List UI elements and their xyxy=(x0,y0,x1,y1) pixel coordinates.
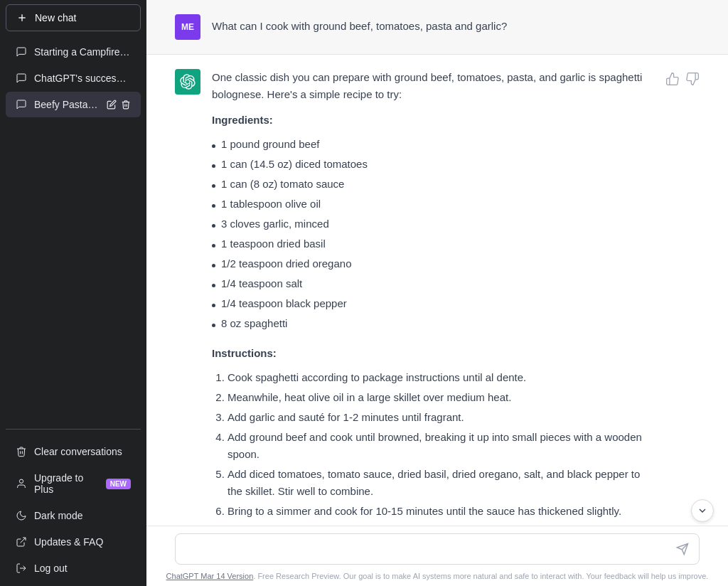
sidebar-item-conv[interactable]: ChatGPT's success tips. xyxy=(6,65,141,91)
bullet-dot xyxy=(212,304,215,307)
instruction-item: Cook spaghetti according to package inst… xyxy=(228,368,654,388)
bullet-dot xyxy=(212,284,215,287)
bullet-dot xyxy=(212,164,215,168)
footer-text: . Free Research Preview. Our goal is to … xyxy=(253,572,708,580)
ingredient-text: 1 can (14.5 oz) diced tomatoes xyxy=(221,156,368,173)
chat-icon xyxy=(16,46,27,58)
trash-icon xyxy=(16,446,27,457)
assistant-avatar xyxy=(175,69,200,95)
ingredient-item: 1/2 teaspoon dried oregano xyxy=(212,254,654,274)
plus-icon xyxy=(16,12,28,23)
bullet-dot xyxy=(212,144,215,148)
ingredient-item: 8 oz spaghetti xyxy=(212,314,654,334)
conv-label: ChatGPT's success tips. xyxy=(34,73,131,84)
ingredient-text: 1/2 teaspoon dried oregano xyxy=(221,255,351,272)
ingredient-item: 3 cloves garlic, minced xyxy=(212,214,654,234)
sidebar-item-upgrade[interactable]: Upgrade to Plus NEW xyxy=(6,465,141,502)
ingredient-item: 1 can (14.5 oz) diced tomatoes xyxy=(212,154,654,174)
main-content: ME What can I cook with ground beef, tom… xyxy=(146,0,728,586)
ingredient-item: 1/4 teaspoon black pepper xyxy=(212,294,654,314)
edit-icon[interactable] xyxy=(107,100,117,110)
chat-icon xyxy=(16,73,27,84)
assistant-message-actions xyxy=(665,72,700,86)
ingredient-text: 1/4 teaspoon salt xyxy=(221,275,302,292)
chat-input[interactable] xyxy=(186,541,670,558)
bullet-dot xyxy=(212,244,215,247)
conversations-list: Starting a Campfire Safely. ChatGPT's su… xyxy=(0,36,146,425)
ingredients-header: Ingredients: xyxy=(212,112,654,129)
instruction-item: Add diced tomatoes, tomato sauce, dried … xyxy=(228,464,654,501)
bottom-item-label: Updates & FAQ xyxy=(34,536,103,548)
new-chat-label: New chat xyxy=(35,12,76,23)
sidebar-item-conv[interactable]: Beefy Pasta Recipe xyxy=(6,92,141,117)
sidebar-item-clear[interactable]: Clear conversations xyxy=(6,439,141,464)
instructions-header: Instructions: xyxy=(212,345,654,362)
ingredient-text: 3 cloves garlic, minced xyxy=(221,215,329,233)
bottom-item-label: Clear conversations xyxy=(34,446,122,457)
ingredient-item: 1 tablespoon olive oil xyxy=(212,194,654,214)
input-wrapper xyxy=(175,533,700,565)
ingredient-text: 1 pound ground beef xyxy=(221,136,319,153)
sidebar-item-dark[interactable]: Dark mode xyxy=(6,503,141,528)
instruction-item: Add ground beef and cook until browned, … xyxy=(228,427,654,464)
moon-icon xyxy=(16,510,27,521)
ingredient-item: 1 can (8 oz) tomato sauce xyxy=(212,174,654,194)
footer: ChatGPT Mar 14 Version. Free Research Pr… xyxy=(146,568,728,586)
sidebar-item-logout[interactable]: Log out xyxy=(6,555,141,581)
new-chat-button[interactable]: New chat xyxy=(6,4,141,31)
assistant-message-content: One classic dish you can prepare with gr… xyxy=(212,69,654,526)
chat-area: ME What can I cook with ground beef, tom… xyxy=(146,0,728,526)
sidebar: New chat Starting a Campfire Safely. Cha… xyxy=(0,0,146,586)
bullet-dot xyxy=(212,324,215,327)
logout-icon xyxy=(16,563,27,574)
sidebar-item-updates[interactable]: Updates & FAQ xyxy=(6,529,141,555)
bullet-dot xyxy=(212,184,215,188)
instruction-item: Meanwhile, heat olive oil in a large ski… xyxy=(228,388,654,407)
new-badge: NEW xyxy=(106,479,131,489)
bottom-item-label: Upgrade to Plus xyxy=(34,472,99,495)
instruction-item: Bring to a simmer and cook for 10-15 min… xyxy=(228,501,654,521)
thumbs-down-icon[interactable] xyxy=(685,72,700,86)
user-message-text: What can I cook with ground beef, tomato… xyxy=(212,14,507,35)
assistant-intro: One classic dish you can prepare with gr… xyxy=(212,69,654,103)
instruction-item: Add garlic and sauté for 1-2 minutes unt… xyxy=(228,407,654,427)
conv-label: Starting a Campfire Safely. xyxy=(34,46,131,58)
chat-icon xyxy=(16,99,27,110)
bottom-item-label: Dark mode xyxy=(34,510,82,521)
bottom-item-label: Log out xyxy=(34,563,68,574)
ingredient-text: 1 tablespoon olive oil xyxy=(221,196,321,213)
delete-icon[interactable] xyxy=(121,100,131,110)
chatgpt-logo-icon xyxy=(180,74,196,90)
bullet-dot xyxy=(212,224,215,228)
instructions-list: Cook spaghetti according to package inst… xyxy=(212,368,654,526)
ingredient-text: 8 oz spaghetti xyxy=(221,315,287,332)
thumbs-up-icon[interactable] xyxy=(665,72,680,86)
send-button[interactable] xyxy=(676,543,689,555)
bullet-dot xyxy=(212,264,215,267)
assistant-message: One classic dish you can prepare with gr… xyxy=(146,55,728,526)
ingredient-item: 1/4 teaspoon salt xyxy=(212,274,654,294)
conv-label: Beefy Pasta Recipe xyxy=(34,99,100,110)
sidebar-bottom: Clear conversations Upgrade to Plus NEW … xyxy=(0,434,146,586)
user-initials: ME xyxy=(181,22,194,32)
ingredient-text: 1 teaspoon dried basil xyxy=(221,235,326,252)
ingredient-item: 1 pound ground beef xyxy=(212,134,654,154)
external-icon xyxy=(16,536,27,548)
bullet-dot xyxy=(212,204,215,208)
scroll-down-button[interactable] xyxy=(691,499,714,522)
sidebar-item-conv[interactable]: Starting a Campfire Safely. xyxy=(6,39,141,65)
svg-point-2 xyxy=(19,479,23,483)
chevron-down-icon xyxy=(697,505,708,516)
send-icon xyxy=(676,543,689,555)
svg-line-3 xyxy=(21,538,26,543)
user-message: ME What can I cook with ground beef, tom… xyxy=(146,0,728,55)
user-icon xyxy=(16,478,27,489)
conv-actions xyxy=(107,100,131,110)
ingredient-text: 1/4 teaspoon black pepper xyxy=(221,295,347,312)
user-avatar: ME xyxy=(175,14,200,40)
footer-link[interactable]: ChatGPT Mar 14 Version xyxy=(166,572,254,580)
input-area xyxy=(146,526,728,568)
ingredient-item: 1 teaspoon dried basil xyxy=(212,234,654,254)
ingredient-text: 1 can (8 oz) tomato sauce xyxy=(221,176,344,193)
sidebar-divider xyxy=(6,429,141,430)
